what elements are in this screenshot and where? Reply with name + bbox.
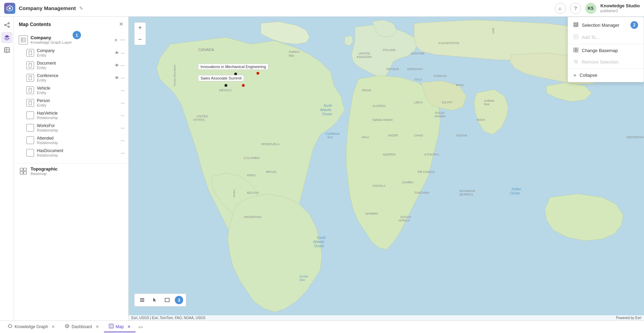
- layer-item-icon: [26, 111, 34, 119]
- layer-item-sub: Entity: [37, 91, 118, 95]
- svg-text:MÉXICO: MÉXICO: [219, 89, 232, 92]
- tab-knowledge-graph[interactable]: Knowledge Graph ✕: [3, 322, 60, 332]
- svg-point-3: [8, 23, 9, 24]
- tab-map[interactable]: Map ✕: [104, 322, 136, 332]
- svg-text:PERU: PERU: [247, 174, 256, 177]
- tab-dashboard[interactable]: Dashboard ✕: [60, 322, 104, 332]
- search-button[interactable]: ⌕: [555, 3, 566, 14]
- layer-visibility-toggle[interactable]: 👁: [115, 75, 119, 81]
- svg-text:SPAIN: SPAIN: [362, 89, 371, 92]
- map-area[interactable]: CANADA Hudson Bay UNITED STATES UNITED K…: [129, 17, 644, 320]
- zoom-in-button[interactable]: +: [134, 23, 146, 34]
- svg-rect-22: [20, 172, 23, 174]
- dashboard-tab-close[interactable]: ✕: [96, 324, 99, 329]
- layer-item-more[interactable]: ···: [121, 150, 125, 156]
- layer-group: Company Knowledge Graph Layer ∧ ··· Comp…: [14, 33, 128, 159]
- svg-line-5: [6, 24, 8, 25]
- knowledge-graph-tab-close[interactable]: ✕: [51, 324, 55, 329]
- layer-group-header[interactable]: Company Knowledge Graph Layer ∧ ···: [14, 33, 128, 47]
- svg-text:ARABIA: ARABIA: [434, 115, 446, 118]
- layer-group-chevron[interactable]: ∧: [114, 38, 117, 42]
- layer-item[interactable]: Company Entity 👁 ···: [14, 47, 128, 59]
- layer-item[interactable]: HasDocument Relationship ···: [14, 147, 128, 159]
- zoom-out-button[interactable]: −: [134, 34, 146, 45]
- svg-text:IRAN: IRAN: [456, 83, 464, 87]
- svg-text:KAZAKHSTAN: KAZAKHSTAN: [439, 41, 459, 45]
- layer-item-icon: [26, 61, 34, 69]
- layer-group-icon: [19, 35, 28, 44]
- layer-item[interactable]: HasVehicle Relationship ···: [14, 109, 128, 122]
- layer-item-more[interactable]: ···: [121, 125, 125, 131]
- sidebar-nav-connections[interactable]: [1, 19, 13, 31]
- expand-panels-button[interactable]: «»: [138, 325, 143, 330]
- selection-manager-item[interactable]: Selection Manager 2: [568, 18, 644, 32]
- svg-text:EGYPT: EGYPT: [442, 101, 453, 104]
- layer-item-name: Vehicle: [37, 86, 118, 91]
- layer-item-sub: Relationship: [37, 116, 118, 120]
- help-button[interactable]: ?: [570, 3, 581, 14]
- collapse-item[interactable]: » Collapse: [568, 69, 644, 81]
- selection-manager-icon: [573, 22, 578, 28]
- layer-item-name: HasVehicle: [37, 111, 118, 116]
- layer-item[interactable]: WorksFor Relationship ···: [14, 122, 128, 134]
- basemap-sub: Basemap: [31, 172, 125, 176]
- layer-item[interactable]: Conference Entity 👁 ···: [14, 72, 128, 84]
- svg-text:MALI: MALI: [362, 135, 369, 139]
- avatar[interactable]: KS: [585, 3, 596, 14]
- edit-icon[interactable]: ✎: [79, 6, 83, 11]
- layer-item[interactable]: Vehicle Entity ···: [14, 84, 128, 97]
- panel-close-button[interactable]: ✕: [119, 21, 123, 27]
- layer-item-actions: 👁 ···: [115, 63, 125, 68]
- app-logo: [4, 3, 15, 14]
- layer-item-actions: ···: [121, 88, 125, 93]
- layer-item-more[interactable]: ···: [121, 75, 125, 81]
- sidebar-nav-table[interactable]: [1, 44, 13, 56]
- svg-text:Sea: Sea: [327, 135, 333, 139]
- layer-item-more[interactable]: ···: [121, 100, 125, 106]
- basemap-section[interactable]: Topographic Basemap: [14, 163, 128, 178]
- layer-item-more[interactable]: ···: [121, 138, 125, 143]
- layer-item-sub: Relationship: [37, 153, 118, 157]
- svg-text:Hudson: Hudson: [289, 50, 300, 53]
- change-basemap-item[interactable]: Change Basemap: [568, 45, 644, 56]
- svg-text:ZAMBIA: ZAMBIA: [402, 181, 414, 184]
- layer-item-text: HasVehicle Relationship: [37, 111, 118, 120]
- layer-item-sub: Entity: [37, 66, 112, 70]
- layer-group-more[interactable]: ···: [120, 37, 125, 43]
- layer-item-icon: [26, 136, 34, 144]
- layer-item-icon: [26, 149, 34, 157]
- sidebar-nav-layers[interactable]: [1, 32, 13, 43]
- layer-visibility-toggle[interactable]: 👁: [115, 63, 119, 68]
- layer-item[interactable]: Document Entity 👁 ···: [14, 59, 128, 72]
- list-tool-button[interactable]: [137, 295, 147, 305]
- layer-item[interactable]: Person Entity ···: [14, 97, 128, 109]
- select-tool-button[interactable]: [150, 295, 160, 305]
- layer-item-text: Person Entity: [37, 98, 118, 107]
- layer-item-more[interactable]: ···: [121, 113, 125, 118]
- map-tab-close[interactable]: ✕: [127, 324, 131, 329]
- svg-rect-95: [574, 25, 576, 26]
- svg-text:SUDAN: SUDAN: [456, 134, 467, 137]
- layer-item-text: Vehicle Entity: [37, 86, 118, 95]
- svg-text:TÜRKIYE: TÜRKIYE: [433, 74, 447, 78]
- svg-rect-7: [5, 48, 9, 52]
- layer-item-text: Conference Entity: [37, 73, 112, 82]
- map-dot-3: [225, 84, 227, 87]
- svg-text:Arabian: Arabian: [484, 99, 495, 102]
- svg-text:LIBYA: LIBYA: [414, 101, 423, 104]
- svg-rect-102: [574, 50, 576, 52]
- svg-text:Ural: Ural: [491, 28, 495, 34]
- svg-rect-109: [109, 324, 113, 328]
- layer-item-more[interactable]: ···: [121, 88, 125, 93]
- layer-item-more[interactable]: ···: [121, 50, 125, 56]
- svg-text:Atlantic: Atlantic: [320, 108, 332, 112]
- layer-item-text: Company Entity: [37, 48, 112, 57]
- layer-visibility-toggle[interactable]: 👁: [115, 50, 119, 56]
- dashboard-tab-icon: [65, 324, 70, 330]
- svg-text:Sea: Sea: [299, 278, 305, 282]
- map-dot-2: [256, 72, 259, 75]
- layer-item[interactable]: Attended Relationship ···: [14, 134, 128, 147]
- rectangle-tool-button[interactable]: [162, 295, 172, 305]
- layer-item-more[interactable]: ···: [121, 63, 125, 68]
- selection-manager-label: Selection Manager: [582, 23, 619, 28]
